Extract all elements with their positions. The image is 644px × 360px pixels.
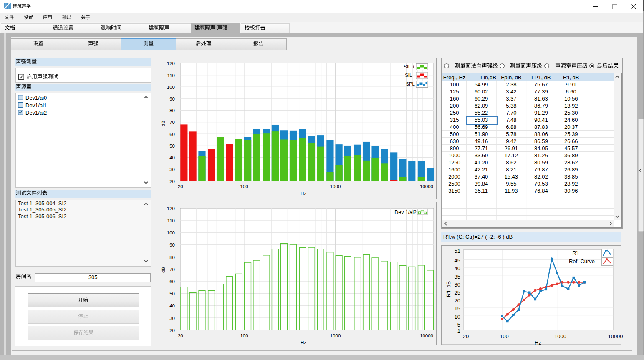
svg-text:30: 30: [169, 316, 175, 321]
svg-text:R'I: R'I: [572, 250, 578, 256]
svg-text:50: 50: [169, 143, 175, 148]
svg-text:1000: 1000: [554, 333, 566, 340]
svg-text:51: 51: [455, 248, 460, 254]
svg-text:120: 120: [167, 206, 175, 211]
svg-text:100: 100: [167, 84, 175, 89]
svg-text:70: 70: [169, 267, 175, 272]
svg-text:120: 120: [167, 61, 175, 66]
svg-text:20: 20: [455, 297, 460, 304]
svg-text:SPL: SPL: [406, 81, 415, 86]
svg-text:1: 1: [457, 328, 460, 334]
svg-text:110: 110: [167, 73, 175, 78]
svg-text:60: 60: [169, 131, 175, 136]
svg-text:60: 60: [169, 279, 175, 284]
svg-text:20: 20: [178, 333, 183, 338]
svg-text:40: 40: [455, 265, 460, 272]
svg-text:SIL +: SIL +: [404, 64, 415, 69]
svg-text:Dev 1/ai2: Dev 1/ai2: [394, 209, 417, 215]
svg-text:100: 100: [167, 230, 175, 235]
svg-text:dB: dB: [161, 120, 166, 126]
svg-text:90: 90: [169, 242, 175, 247]
svg-text:1000: 1000: [330, 333, 341, 338]
svg-text:90: 90: [169, 96, 175, 101]
svg-text:Hz: Hz: [535, 340, 541, 345]
svg-text:80: 80: [169, 255, 175, 260]
svg-text:40: 40: [169, 303, 175, 308]
svg-text:20: 20: [463, 333, 469, 340]
svg-text:10000: 10000: [420, 333, 433, 338]
svg-text:20: 20: [169, 179, 175, 184]
svg-text:1000: 1000: [330, 184, 341, 189]
svg-text:10000: 10000: [608, 333, 623, 340]
svg-text:20: 20: [178, 184, 183, 189]
svg-text:80: 80: [169, 108, 175, 113]
svg-text:10: 10: [455, 314, 460, 320]
svg-text:Hz: Hz: [301, 340, 306, 345]
svg-text:110: 110: [167, 218, 175, 223]
svg-text:25: 25: [455, 290, 460, 296]
svg-text:100: 100: [500, 333, 509, 340]
svg-text:dB: dB: [161, 267, 166, 273]
svg-text:50: 50: [169, 291, 175, 296]
svg-text:100: 100: [240, 333, 248, 338]
svg-text:30: 30: [169, 167, 175, 172]
svg-text:70: 70: [169, 120, 175, 125]
svg-text:5: 5: [457, 322, 460, 328]
svg-text:Hz: Hz: [301, 191, 306, 196]
svg-text:20: 20: [169, 328, 175, 333]
svg-text:100: 100: [240, 184, 248, 189]
svg-text:Ref. Curve: Ref. Curve: [569, 258, 595, 264]
svg-text:30: 30: [455, 282, 460, 288]
svg-text:15: 15: [455, 305, 460, 312]
svg-text:35: 35: [455, 274, 460, 280]
svg-text:45: 45: [455, 257, 460, 264]
svg-text:SIL -: SIL -: [405, 73, 415, 78]
svg-text:R'I, dB: R'I, dB: [445, 281, 452, 297]
svg-text:10000: 10000: [420, 184, 433, 189]
svg-text:40: 40: [169, 155, 175, 160]
